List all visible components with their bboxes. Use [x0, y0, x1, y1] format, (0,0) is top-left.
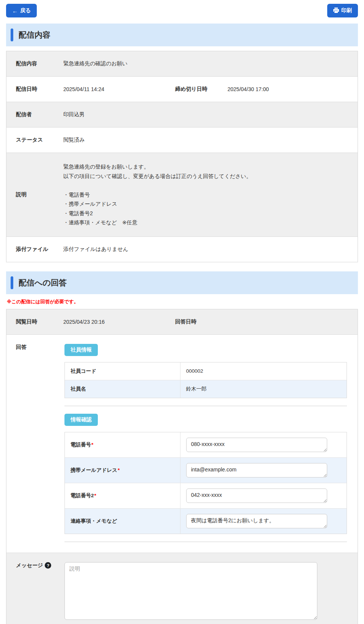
- deadline-datetime-value: 2025/04/30 17:00: [228, 77, 358, 101]
- status-row: ステータス 閲覧済み: [6, 128, 358, 153]
- print-button-label: 印刷: [341, 7, 352, 14]
- section-accent-bar: [11, 28, 13, 41]
- field-label-text: 電話番号: [71, 441, 91, 448]
- field-label-text: 連絡事項・メモなど: [71, 518, 117, 525]
- field-value-cell: 042-xxx-xxxx: [180, 483, 347, 508]
- employee-info-table: 社員コード 000002 社員名 鈴木一郎: [64, 362, 347, 398]
- viewed-datetime-row: 閲覧日時 2025/04/23 20:16 回答日時: [6, 309, 358, 335]
- employee-code-value: 000002: [180, 362, 347, 380]
- field-value-cell: 夜間は電話番号2にお願いします。: [180, 509, 347, 534]
- delivery-detail-panel: 配信内容 緊急連絡先の確認のお願い 配信日時 2025/04/11 14:24 …: [6, 51, 358, 262]
- employee-name-label: 社員名: [65, 380, 180, 398]
- response-required-note: ※この配信には回答が必要です。: [7, 299, 357, 305]
- delivery-section-header: 配信内容: [6, 24, 358, 46]
- delivery-attachments-value: 添付ファイルはありません: [63, 237, 358, 262]
- mobile-email-input[interactable]: inta@example.com: [186, 463, 327, 477]
- required-asterisk: *: [91, 442, 93, 448]
- message-content: [63, 553, 358, 624]
- sender-value: 印田込男: [63, 102, 358, 127]
- divider: [64, 542, 347, 542]
- employee-name-value: 鈴木一郎: [180, 380, 347, 398]
- delivery-content-row: 配信内容 緊急連絡先の確認のお願い: [6, 51, 358, 77]
- mobile-email-label: 携帯メールアドレス*: [65, 458, 180, 483]
- divider: [64, 406, 347, 406]
- confirm-info-table: 電話番号* 080-xxxx-xxxx 携帯メールアドレス* inta@exam…: [64, 432, 347, 534]
- message-label: メッセージ?: [6, 553, 63, 578]
- delivery-attachments-label: 添付ファイル: [6, 237, 63, 262]
- memo-input[interactable]: 夜間は電話番号2にお願いします。: [186, 514, 327, 528]
- description-row: 説明 緊急連絡先の登録をお願いします。 以下の項目について確認し、変更がある場合…: [6, 153, 358, 237]
- print-button[interactable]: 印刷: [327, 4, 358, 17]
- field-value-cell: inta@example.com: [180, 458, 347, 483]
- table-row: 社員コード 000002: [65, 362, 347, 380]
- answer-label: 回答: [6, 335, 63, 360]
- viewed-datetime-value: 2025/04/23 20:16: [63, 310, 175, 334]
- status-value: 閲覧済み: [63, 128, 358, 153]
- answered-datetime-label: 回答日時: [175, 309, 228, 334]
- description-value: 緊急連絡先の登録をお願いします。 以下の項目について確認し、変更がある場合は訂正…: [63, 153, 358, 236]
- deadline-datetime-label: 締め切り日時: [175, 77, 228, 102]
- response-panel: 閲覧日時 2025/04/23 20:16 回答日時 回答 社員情報 社員コード…: [6, 309, 358, 624]
- memo-label: 連絡事項・メモなど: [65, 509, 180, 534]
- delivery-section-title: 配信内容: [19, 30, 50, 40]
- delivery-attachments-row: 添付ファイル 添付ファイルはありません: [6, 237, 358, 262]
- section-accent-bar: [11, 276, 13, 289]
- employee-code-label: 社員コード: [65, 362, 180, 380]
- response-section-title: 配信への回答: [19, 277, 67, 288]
- answer-content: 社員情報 社員コード 000002 社員名 鈴木一郎 情報確認 電話番号*: [63, 335, 358, 553]
- field-value-cell: 080-xxxx-xxxx: [180, 432, 347, 457]
- delivery-datetime-label: 配信日時: [6, 77, 63, 102]
- delivery-content-label: 配信内容: [6, 51, 63, 76]
- table-row: 連絡事項・メモなど 夜間は電話番号2にお願いします。: [65, 509, 347, 534]
- confirm-info-badge: 情報確認: [64, 414, 98, 426]
- sender-label: 配信者: [6, 102, 63, 127]
- back-button-label: 戻る: [20, 7, 31, 14]
- message-help-icon[interactable]: ?: [45, 562, 51, 569]
- message-row: メッセージ?: [6, 553, 358, 624]
- toolbar: ← 戻る 印刷: [0, 0, 364, 20]
- back-button[interactable]: ← 戻る: [6, 4, 37, 17]
- table-row: 社員名 鈴木一郎: [65, 380, 347, 398]
- phone2-label: 電話番号2*: [65, 483, 180, 508]
- answered-datetime-value: [228, 313, 358, 331]
- sender-row: 配信者 印田込男: [6, 102, 358, 128]
- table-row: 電話番号2* 042-xxx-xxxx: [65, 483, 347, 509]
- delivery-datetime-row: 配信日時 2025/04/11 14:24 締め切り日時 2025/04/30 …: [6, 77, 358, 102]
- answer-row: 回答 社員情報 社員コード 000002 社員名 鈴木一郎 情報確認 電話番号*: [6, 335, 358, 553]
- printer-icon: [333, 8, 339, 14]
- table-row: 電話番号* 080-xxxx-xxxx: [65, 432, 347, 458]
- delivery-datetime-value: 2025/04/11 14:24: [63, 77, 175, 101]
- delivery-content-value: 緊急連絡先の確認のお願い: [63, 51, 358, 76]
- employee-info-badge: 社員情報: [64, 344, 98, 356]
- phone-input[interactable]: 080-xxxx-xxxx: [186, 438, 327, 452]
- description-label: 説明: [6, 182, 63, 207]
- field-label-text: 電話番号2: [71, 492, 94, 499]
- phone2-input[interactable]: 042-xxx-xxxx: [186, 488, 327, 503]
- table-row: 携帯メールアドレス* inta@example.com: [65, 458, 347, 483]
- status-label: ステータス: [6, 128, 63, 153]
- phone-label: 電話番号*: [65, 432, 180, 457]
- viewed-datetime-label: 閲覧日時: [6, 309, 63, 334]
- required-asterisk: *: [94, 493, 96, 498]
- field-label-text: 携帯メールアドレス: [71, 467, 117, 474]
- back-arrow-icon: ←: [12, 8, 18, 14]
- message-textarea[interactable]: [64, 562, 317, 620]
- message-label-text: メッセージ: [16, 562, 43, 568]
- response-section-header: 配信への回答: [6, 271, 358, 294]
- required-asterisk: *: [118, 467, 119, 473]
